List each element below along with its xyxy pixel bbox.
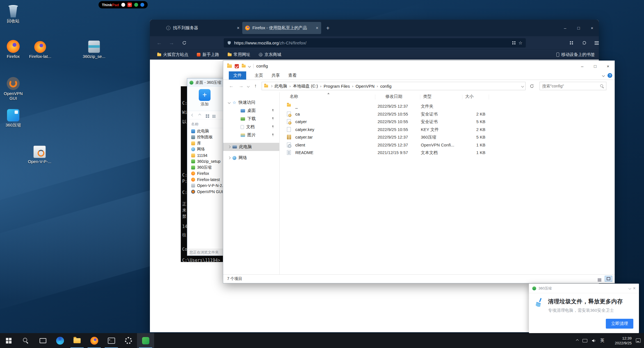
column-header-date[interactable]: 修改日期 [385,94,402,99]
refresh-button[interactable] [528,84,535,88]
taskbar-firefox-button[interactable] [86,333,103,348]
bookmark-getting-started[interactable]: 新手上路 [197,52,219,57]
sidebar-item-desktop[interactable]: 桌面 [223,107,279,115]
reload-button[interactable] [179,38,189,48]
volume-icon[interactable] [592,338,596,343]
desktop-icon-360zip-installer[interactable]: 360zip_se... [81,39,107,59]
new-tab-button[interactable]: + [323,23,333,33]
taskbar-settings-button[interactable] [120,333,137,348]
new-folder-icon[interactable] [242,65,246,67]
table-row[interactable]: _ 2022/9/25 12:37 文件夹 [280,102,615,110]
quick-access-toolbar-icon[interactable] [235,64,239,68]
column-header-size[interactable]: 大小 [465,94,474,99]
breadcrumb-config[interactable]: config [380,84,391,89]
bookmark-jd[interactable]: 京东商城 [259,52,281,57]
add-archive-button[interactable]: + 添加 [196,89,214,111]
tray-expand-icon[interactable] [576,339,579,342]
tab-share[interactable]: 共享 [271,73,280,78]
list-view-icon[interactable] [212,115,216,116]
expand-icon[interactable] [228,101,231,104]
expand-icon[interactable] [228,157,231,159]
table-row[interactable]: client 2022/9/25 12:37 OpenVPN Confi... … [280,141,615,149]
maximize-button[interactable]: □ [572,20,585,36]
search-input[interactable] [542,84,600,88]
maximize-button[interactable]: □ [589,61,602,71]
taskbar-clock[interactable]: 12:39 2022/9/25 [609,336,632,345]
minimize-button[interactable]: – [558,20,572,36]
breadcrumb-separator[interactable]: › [320,84,321,88]
tab-file[interactable]: 文件 [229,71,246,80]
forward-button[interactable]: → [166,38,177,48]
table-row[interactable]: README 2021/12/15 9:57 文本文档 1 KB [280,149,615,157]
breadcrumb-local-disk-c[interactable]: 本地磁盘 (C:) [293,83,318,89]
desktop-icon-openvpn-installer[interactable]: Open-V-P-... [26,144,53,164]
tab-close-icon[interactable]: × [316,26,318,31]
task-view-button[interactable] [34,333,51,348]
close-icon[interactable]: × [633,286,636,291]
desktop-icon-360zip[interactable]: 360压缩 [0,107,26,127]
sidebar-item-documents[interactable]: 文档 [223,123,279,131]
address-dropdown-icon[interactable] [521,85,524,87]
url-bar[interactable]: https://www.mozilla.org/zh-CN/firefox/ ☆ [224,38,526,48]
sidebar-item-this-pc[interactable]: 此电脑 [223,143,279,151]
desktop-icon-firefox-installer[interactable]: Firefox-lat... [27,39,53,59]
tab-mozilla-firefox[interactable]: Firefox - 使用隐私至上的产品 × [242,22,321,34]
bookmark-folder-huohu[interactable]: 火狐官方站点 [157,52,188,57]
grid-view-icon[interactable] [206,114,207,116]
breadcrumb-separator[interactable]: › [377,84,378,88]
tab-home[interactable]: 主页 [255,73,263,78]
action-center-icon[interactable] [636,338,641,343]
table-row[interactable]: catyer.key 2022/9/25 10:55 KEY 文件 2 KB [280,126,615,134]
toolbar-sync-icon[interactable] [579,38,589,48]
back-button[interactable]: ← [154,38,165,48]
highlights-icon[interactable] [512,41,516,45]
explorer-title-bar[interactable]: config – □ × [223,61,615,71]
collapse-icon[interactable] [628,287,631,290]
up-icon[interactable] [198,114,201,117]
table-row[interactable]: ca 2022/9/25 10:55 安全证书 2 KB [280,110,615,118]
minimize-button[interactable]: – [576,61,589,71]
help-icon[interactable]: ? [608,73,612,78]
quick-access-dropdown-icon[interactable] [248,65,251,67]
tab-server-not-found[interactable]: i 找不到服务器 × [163,22,242,34]
bookmark-folder-common-sites[interactable]: 常用网址 [228,52,250,57]
breadcrumb-chevron-icon[interactable] [270,85,273,87]
recent-locations-icon[interactable] [247,85,250,87]
toolbar-extensions-icon[interactable] [567,38,577,48]
taskbar-search-button[interactable] [17,333,34,348]
sidebar-item-network[interactable]: 网络 [223,154,279,162]
table-row[interactable]: catyer.tar 2022/9/25 12:37 360压缩 5 KB [280,133,615,141]
start-button[interactable] [0,333,17,348]
table-row[interactable]: catyer 2022/9/25 10:55 安全证书 5 KB [280,118,615,126]
column-header-name[interactable]: 名称 [290,94,298,99]
search-icon[interactable] [600,84,604,88]
tab-view[interactable]: 查看 [288,73,297,78]
breadcrumb-this-pc[interactable]: 此电脑 [275,83,287,89]
expand-icon[interactable] [228,146,231,148]
taskbar-edge-button[interactable] [51,333,68,348]
breadcrumb-separator[interactable]: › [352,84,353,88]
forward-button[interactable]: → [237,83,245,89]
desktop-icon-firefox[interactable]: Firefox [0,39,26,59]
tab-close-icon[interactable]: × [237,26,239,31]
expand-ribbon-icon[interactable] [602,74,605,77]
column-header-type[interactable]: 类型 [423,94,431,99]
large-icons-view-button[interactable] [605,276,612,282]
menu-icon[interactable] [592,38,599,48]
mobile-bookmarks[interactable]: 移动设备上的书签 [556,52,595,57]
desktop-icon-openvpn-gui[interactable]: OpenVPN GUI [0,76,26,101]
breadcrumb-openvpn[interactable]: OpenVPN [356,84,375,89]
taskbar-360zip-button[interactable] [137,333,154,348]
address-bar[interactable]: 此电脑 › 本地磁盘 (C:) › Program Files › OpenVP… [262,82,526,90]
details-view-button[interactable] [596,276,603,282]
up-button[interactable]: ↑ [252,83,259,89]
sidebar-item-pictures[interactable]: 图片 [223,131,279,139]
taskbar-explorer-button[interactable] [68,333,86,348]
sidebar-item-downloads[interactable]: 下载 [223,115,279,123]
display-tray-icon[interactable] [583,339,587,342]
bookmark-star-icon[interactable]: ☆ [519,40,522,46]
desktop-icon-recycle-bin[interactable]: 回收站 [0,3,26,23]
back-icon[interactable] [191,114,194,117]
breadcrumb-program-files[interactable]: Program Files [324,84,350,89]
ime-indicator[interactable]: 英 [600,338,604,343]
